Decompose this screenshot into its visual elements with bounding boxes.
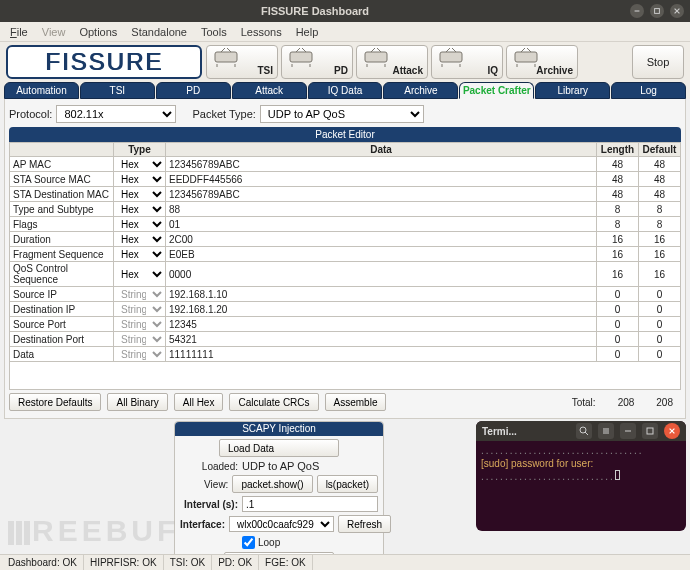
field-name: AP MAC <box>10 157 114 172</box>
data-cell[interactable]: 192.168.1.20 <box>166 302 597 317</box>
data-cell[interactable]: 2C00 <box>166 232 597 247</box>
close-button[interactable] <box>670 4 684 18</box>
interface-select[interactable]: wlx00c0caafc929 <box>229 516 334 532</box>
interval-input[interactable] <box>242 496 378 512</box>
iq-button[interactable]: IQ <box>431 45 503 79</box>
close-icon[interactable] <box>664 423 680 439</box>
svg-line-18 <box>377 48 381 52</box>
type-select[interactable]: Hex <box>114 267 165 281</box>
packet-editor-table: Type Data Length Default AP MACHex123456… <box>9 142 681 362</box>
tab-archive[interactable]: Archive <box>383 82 458 99</box>
packet-type-label: Packet Type: <box>192 108 255 120</box>
field-name: STA Destination MAC <box>10 187 114 202</box>
default-cell: 16 <box>639 232 681 247</box>
type-select[interactable]: Hex <box>114 217 165 231</box>
type-select[interactable]: Hex <box>114 232 165 246</box>
field-name: Type and Subtype <box>10 202 114 217</box>
minimize-button[interactable] <box>630 4 644 18</box>
tab-pd[interactable]: PD <box>156 82 231 99</box>
loop-checkbox[interactable]: Loop <box>242 536 280 549</box>
menu-icon[interactable] <box>598 423 614 439</box>
field-name: Duration <box>10 232 114 247</box>
stop-button[interactable]: Stop <box>632 45 684 79</box>
all-binary-button[interactable]: All Binary <box>107 393 167 411</box>
type-select[interactable]: String <box>114 347 165 361</box>
svg-rect-4 <box>215 52 237 62</box>
tab-packet-crafter[interactable]: Packet Crafter <box>459 82 534 99</box>
length-cell: 16 <box>597 232 639 247</box>
type-select[interactable]: String <box>114 302 165 316</box>
table-row: FlagsHex0188 <box>10 217 681 232</box>
view-packet-show-button[interactable]: packet.show() <box>232 475 312 493</box>
svg-line-17 <box>371 48 375 52</box>
data-cell[interactable]: EEDDFF445566 <box>166 172 597 187</box>
scapy-injection-box: SCAPY Injection Load Data Loaded:UDP to … <box>174 421 384 570</box>
type-select[interactable]: Hex <box>114 157 165 171</box>
interface-label: Interface: <box>180 519 225 530</box>
type-select[interactable]: Hex <box>114 247 165 261</box>
maximize-button[interactable] <box>650 4 664 18</box>
terminal-window[interactable]: Termi... ...............................… <box>476 421 686 531</box>
svg-rect-1 <box>655 9 660 14</box>
default-cell: 8 <box>639 202 681 217</box>
menu-lessons[interactable]: Lessons <box>235 24 288 40</box>
table-row: Destination IPString192.168.1.2000 <box>10 302 681 317</box>
length-cell: 0 <box>597 317 639 332</box>
maximize-icon[interactable] <box>642 423 658 439</box>
attack-button[interactable]: Attack <box>356 45 428 79</box>
view-label: View: <box>180 479 228 490</box>
packet-type-select[interactable]: UDP to AP QoS <box>260 105 424 123</box>
type-select[interactable]: String <box>114 332 165 346</box>
svg-rect-9 <box>290 52 312 62</box>
type-select[interactable]: Hex <box>114 172 165 186</box>
search-icon[interactable] <box>576 423 592 439</box>
tab-attack[interactable]: Attack <box>232 82 307 99</box>
menu-standalone[interactable]: Standalone <box>125 24 193 40</box>
data-cell[interactable]: 12345 <box>166 317 597 332</box>
toolbar: FISSURE TSIPDAttackIQArchive Stop <box>0 42 690 82</box>
data-cell[interactable]: 01 <box>166 217 597 232</box>
data-cell[interactable]: 123456789ABC <box>166 157 597 172</box>
type-select[interactable]: String <box>114 287 165 301</box>
archive-button[interactable]: Archive <box>506 45 578 79</box>
type-select[interactable]: Hex <box>114 187 165 201</box>
data-cell[interactable]: 192.168.1.10 <box>166 287 597 302</box>
tab-iq-data[interactable]: IQ Data <box>308 82 383 99</box>
tsi-button[interactable]: TSI <box>206 45 278 79</box>
total-default: 208 <box>656 397 673 408</box>
status-segment: HIPRFISR: OK <box>84 555 164 570</box>
all-hex-button[interactable]: All Hex <box>174 393 224 411</box>
length-cell: 48 <box>597 157 639 172</box>
menu-file[interactable]: File <box>4 24 34 40</box>
pd-button[interactable]: PD <box>281 45 353 79</box>
protocol-select[interactable]: 802.11x <box>56 105 176 123</box>
default-cell: 48 <box>639 172 681 187</box>
tab-library[interactable]: Library <box>535 82 610 99</box>
logo: FISSURE <box>6 45 202 79</box>
view-ls-packet-button[interactable]: ls(packet) <box>317 475 378 493</box>
tab-automation[interactable]: Automation <box>4 82 79 99</box>
menu-options[interactable]: Options <box>73 24 123 40</box>
data-cell[interactable]: 88 <box>166 202 597 217</box>
menu-tools[interactable]: Tools <box>195 24 233 40</box>
data-cell[interactable]: E0EB <box>166 247 597 262</box>
tab-log[interactable]: Log <box>611 82 686 99</box>
terminal-body[interactable]: .................................. [sudo… <box>476 441 686 486</box>
type-select[interactable]: String <box>114 317 165 331</box>
minimize-icon[interactable] <box>620 423 636 439</box>
default-cell: 48 <box>639 157 681 172</box>
field-name: STA Source MAC <box>10 172 114 187</box>
calculate-crcs-button[interactable]: Calculate CRCs <box>229 393 318 411</box>
data-cell[interactable]: 54321 <box>166 332 597 347</box>
data-cell[interactable]: 11111111 <box>166 347 597 362</box>
menu-help[interactable]: Help <box>290 24 325 40</box>
assemble-button[interactable]: Assemble <box>325 393 387 411</box>
load-data-button[interactable]: Load Data <box>219 439 339 457</box>
tab-tsi[interactable]: TSI <box>80 82 155 99</box>
type-select[interactable]: Hex <box>114 202 165 216</box>
menu-view[interactable]: View <box>36 24 72 40</box>
data-cell[interactable]: 0000 <box>166 262 597 287</box>
restore-defaults-button[interactable]: Restore Defaults <box>9 393 101 411</box>
data-cell[interactable]: 123456789ABC <box>166 187 597 202</box>
refresh-button[interactable]: Refresh <box>338 515 391 533</box>
